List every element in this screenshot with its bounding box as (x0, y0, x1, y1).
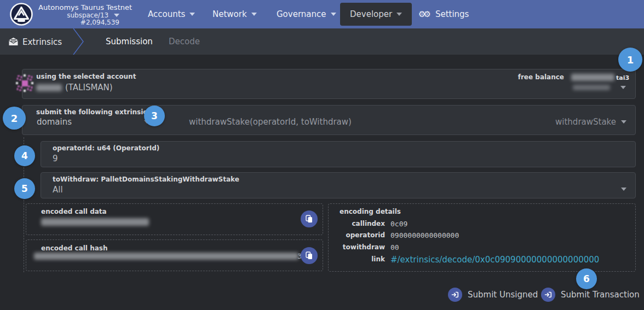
tab-decode[interactable]: Decode (169, 28, 200, 55)
nav-settings-label: Settings (435, 9, 469, 19)
autonomys-logo-icon[interactable] (9, 2, 33, 26)
copy-icon (306, 215, 313, 223)
towithdraw-value: 00 (390, 243, 399, 251)
chain-label: subspace/13 (67, 11, 108, 19)
submit-transaction-label: Submit Transaction (561, 290, 640, 300)
copy-call-hash-button[interactable] (301, 247, 318, 264)
tab-decode-label: Decode (169, 37, 200, 46)
account-name-redacted (36, 84, 62, 91)
encoding-details-title: encoding details (340, 208, 401, 215)
annotation-circle-4: 4 (14, 145, 35, 166)
pallet-select[interactable]: domains (37, 117, 72, 127)
free-balance-value-redacted (571, 74, 614, 81)
breadcrumb-chevron-icon (71, 28, 88, 55)
settings-gears-icon: ⚙⚙ (418, 9, 429, 19)
operatorid-value: 0900000000000000 (390, 231, 459, 239)
nav-network[interactable]: Network (212, 0, 257, 28)
param-operatorid-label: operatorId: u64 (OperatorId) (53, 144, 159, 152)
param-towithdraw-label: toWithdraw: PalletDomainsStakingWithdraw… (53, 176, 239, 183)
chevron-down-icon (189, 13, 195, 16)
section-title: Extrinsics (22, 37, 62, 47)
nav-network-label: Network (212, 9, 247, 19)
balance-dropdown-caret[interactable] (620, 86, 626, 89)
decode-link[interactable]: #/extrinsics/decode/0x0c0909000000000000… (390, 255, 599, 265)
tab-submission[interactable]: Submission (106, 28, 153, 55)
chain-selector[interactable]: subspace/13 (38, 11, 119, 19)
balance-sub-redacted (573, 85, 610, 90)
top-navigation-bar: Autonomys Taurus Testnet subspace/13 #2,… (0, 0, 644, 28)
submit-unsigned-label: Submit Unsigned (468, 290, 538, 300)
account-label: using the selected account (36, 73, 136, 80)
annotation-circle-2: 2 (3, 107, 26, 130)
account-name-suffix: (TALISMAN) (65, 83, 113, 92)
annotation-circle-5: 5 (14, 178, 35, 199)
account-identicon[interactable] (15, 73, 34, 93)
chevron-down-icon (396, 13, 402, 16)
nav-developer-label: Developer (350, 9, 392, 19)
method-signature[interactable]: withdrawStake(operatorId, toWithdraw) (189, 117, 352, 127)
balance-unit: tai3 (616, 74, 629, 81)
annotation-circle-1: 1 (618, 48, 642, 72)
nav-governance-label: Governance (277, 9, 326, 19)
callindex-value: 0c09 (390, 220, 407, 228)
block-number[interactable]: #2,094,539 (38, 19, 119, 26)
copy-call-data-button[interactable] (301, 210, 318, 227)
towithdraw-dropdown-caret[interactable] (621, 188, 626, 191)
nav-accounts-label: Accounts (148, 9, 185, 19)
extrinsic-label: submit the following extrinsic (36, 108, 147, 116)
chevron-down-icon (251, 13, 257, 16)
nav-accounts[interactable]: Accounts (148, 0, 195, 28)
link-label: link (338, 255, 385, 263)
nav-settings[interactable]: ⚙⚙ Settings (418, 0, 469, 28)
tab-submission-label: Submission (106, 37, 153, 46)
method-select[interactable]: withdrawStake (515, 117, 616, 127)
param-towithdraw-value[interactable]: All (53, 185, 63, 195)
method-dropdown-caret[interactable] (621, 120, 626, 124)
towithdraw-label: towithdraw (338, 243, 385, 251)
annotation-circle-6: 6 (576, 268, 597, 289)
encoded-call-data-redacted (41, 218, 149, 226)
network-name: Autonomys Taurus Testnet (38, 3, 120, 11)
extrinsics-envelope-icon (9, 37, 18, 48)
submit-unsigned-button[interactable]: Submit Unsigned (448, 288, 538, 302)
encoded-call-hash-label: encoded call hash (41, 244, 107, 252)
nav-developer[interactable]: Developer (340, 3, 412, 26)
free-balance-label: free balance (482, 73, 564, 81)
chevron-down-icon (114, 14, 119, 17)
annotation-circle-3: 3 (144, 106, 165, 126)
copy-icon (306, 251, 313, 260)
sign-in-icon (541, 288, 555, 302)
operatorid-label: operatorid (338, 231, 385, 239)
extrinsics-tab-bar: Extrinsics Submission Decode (0, 28, 644, 55)
encoded-call-data-label: encoded call data (41, 208, 107, 215)
callindex-label: callindex (338, 220, 385, 227)
chevron-down-icon (331, 13, 336, 16)
encoded-call-hash-redacted (34, 253, 298, 260)
sign-in-icon (448, 288, 462, 302)
param-operatorid-value[interactable]: 9 (53, 154, 58, 163)
nav-governance[interactable]: Governance (277, 0, 336, 28)
submit-transaction-button[interactable]: Submit Transaction (541, 288, 640, 302)
